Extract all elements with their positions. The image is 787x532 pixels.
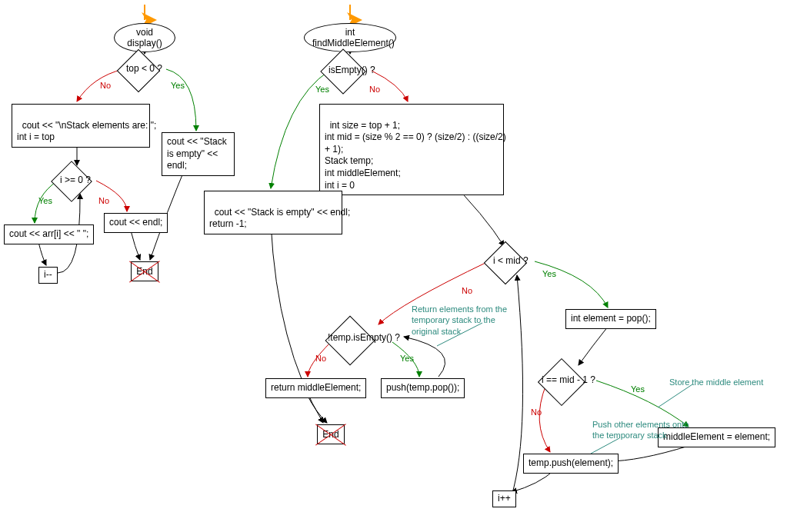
process-push-back: push(temp.pop()); [381,378,465,398]
start-find-middle: int findMiddleElement() [304,23,396,52]
edge-yes: Yes [400,354,414,363]
edge-yes: Yes [315,85,329,94]
flowchart-edges [0,0,787,532]
edge-yes: Yes [631,384,645,394]
process-stack-empty-right: cout << "Stack is empty" << endl; return… [204,191,342,234]
comment-push-temp: Push other elements onto the temporary s… [592,419,689,441]
edge-no: No [531,407,542,417]
process-stack-empty-left: cout << "Stack is empty" << endl; [162,132,235,176]
end-right: End [317,424,345,444]
process-print-arr: cout << arr[i] << " "; [4,224,94,244]
end-left: End [131,261,158,281]
start-display: void display() [114,23,175,52]
process-elements: cout << "\nStack elements are: "; int i … [12,104,150,148]
start-display-label: void display() [127,27,162,48]
edge-no: No [315,354,326,363]
start-find-middle-label: int findMiddleElement() [312,27,395,48]
process-cout-endl: cout << endl; [104,213,168,233]
process-return-middle: return middleElement; [265,378,366,398]
process-i-dec: i-- [38,267,58,284]
comment-store-middle: Store the middle element [669,377,763,387]
edge-no: No [100,81,111,90]
edge-yes: Yes [171,81,185,90]
edge-no: No [462,286,472,295]
svg-line-6 [658,384,692,407]
edge-no: No [369,85,380,94]
process-i-inc: i++ [492,490,516,507]
comment-return-elements: Return elements from the temporary stack… [412,304,507,337]
edge-yes: Yes [542,269,556,278]
edge-no: No [98,196,109,205]
process-temp-push: temp.push(element); [523,454,619,474]
process-init-block: int size = top + 1; int mid = (size % 2 … [319,104,504,195]
process-element-pop: int element = pop(); [565,309,656,329]
edge-yes: Yes [38,196,52,205]
